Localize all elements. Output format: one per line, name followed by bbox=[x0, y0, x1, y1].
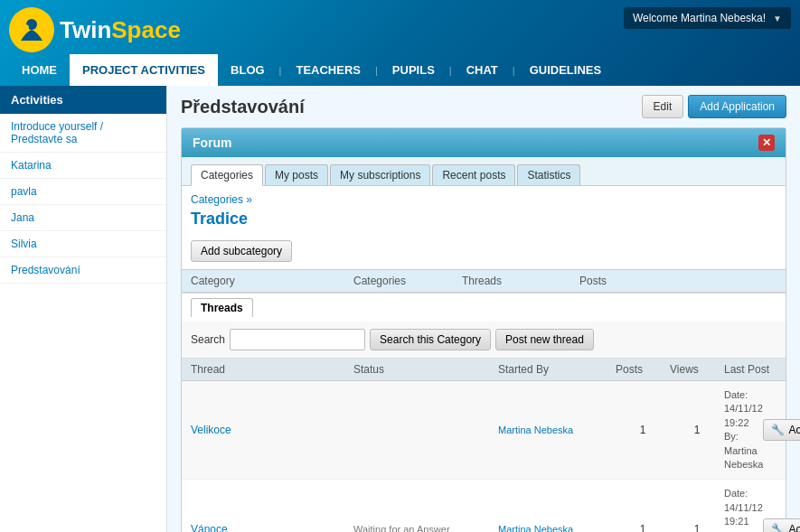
forum-tabs: Categories My posts My subscriptions Rec… bbox=[182, 157, 786, 186]
sidebar-item-introduce[interactable]: Introduce yourself / Predstavte sa bbox=[0, 114, 166, 153]
actions-button-1[interactable]: 🔧 Actions bbox=[763, 518, 800, 532]
nav-home[interactable]: HOME bbox=[9, 54, 70, 86]
tab-recent-posts[interactable]: Recent posts bbox=[432, 164, 515, 185]
thread-user-1: Martina Nebeska bbox=[498, 524, 616, 532]
main-content: Představování Edit Add Application Forum… bbox=[167, 86, 800, 532]
nav-sep-3: | bbox=[447, 65, 454, 76]
search-bar: Search Search this Category Post new thr… bbox=[182, 322, 786, 359]
sidebar-item-predstavovani[interactable]: Predstavování bbox=[0, 257, 166, 284]
tab-my-subscriptions[interactable]: My subscriptions bbox=[330, 164, 430, 185]
welcome-bar: Welcome Martina Nebeska! ▼ bbox=[624, 7, 791, 29]
thread-table: Thread Status Started By Posts Views Las… bbox=[182, 359, 786, 532]
thread-link-vanoce[interactable]: Vánoce bbox=[191, 523, 353, 532]
post-new-thread-button[interactable]: Post new thread bbox=[495, 329, 594, 350]
sidebar-title: Activities bbox=[0, 86, 166, 114]
breadcrumb-text: Categories » bbox=[191, 193, 252, 206]
sidebar-item-katarina[interactable]: Katarina bbox=[0, 153, 166, 179]
col-category: Category bbox=[191, 275, 353, 287]
threads-label: Threads bbox=[191, 298, 253, 317]
last-post-1: Date: 14/11/1219:21By: MartinaNebeska bbox=[724, 487, 763, 532]
thread-views-0: 1 bbox=[670, 424, 724, 436]
forum-close-button[interactable]: ✕ bbox=[758, 135, 775, 151]
last-post-0: Date: 14/11/1219:22By: MartinaNebeska bbox=[724, 388, 763, 471]
tab-my-posts[interactable]: My posts bbox=[265, 164, 328, 185]
header-actions: Edit Add Application bbox=[642, 95, 786, 118]
table-row: Velikoce Martina Nebeska 1 1 Date: 14/11… bbox=[182, 381, 786, 480]
tab-categories[interactable]: Categories bbox=[191, 164, 263, 186]
th-last-post: Last Post bbox=[724, 363, 776, 376]
nav-blog[interactable]: BLOG bbox=[218, 54, 278, 86]
chevron-down-icon: ▼ bbox=[773, 14, 782, 23]
thread-last-post-area-0: Date: 14/11/1219:22By: MartinaNebeska 🔧 … bbox=[724, 388, 800, 471]
nav-sep-1: | bbox=[278, 65, 284, 76]
nav-pupils[interactable]: PUPILS bbox=[380, 54, 447, 86]
nav-project-activities[interactable]: PROJECT ACTIVITIES bbox=[70, 54, 218, 86]
logo-text: TwinSpace bbox=[60, 16, 181, 44]
category-title: Tradice bbox=[182, 208, 786, 236]
nav-sep-4: | bbox=[511, 65, 517, 76]
threads-section-header: Threads bbox=[182, 293, 786, 322]
col-posts: Posts bbox=[579, 275, 652, 287]
col-threads: Threads bbox=[462, 275, 579, 287]
wrench-icon-0: 🔧 bbox=[771, 424, 785, 436]
col-categories: Categories bbox=[353, 275, 462, 287]
welcome-text: Welcome Martina Nebeska! bbox=[633, 12, 766, 24]
logo-twin: Twin bbox=[60, 16, 111, 43]
breadcrumb: Categories » bbox=[182, 186, 786, 208]
sidebar: Activities Introduce yourself / Predstav… bbox=[0, 86, 167, 532]
actions-button-0[interactable]: 🔧 Actions bbox=[763, 419, 800, 441]
nav-sep-2: | bbox=[373, 65, 380, 76]
forum-panel-header: Forum ✕ bbox=[182, 128, 786, 157]
logo-area: TwinSpace bbox=[9, 7, 181, 52]
sidebar-item-silvia[interactable]: Silvia bbox=[0, 231, 166, 257]
thread-status-1: Waiting for an Answer bbox=[353, 524, 498, 532]
header: Welcome Martina Nebeska! ▼ TwinSpace HOM… bbox=[0, 0, 800, 86]
main-nav: HOME PROJECT ACTIVITIES BLOG | TEACHERS … bbox=[0, 54, 800, 86]
th-thread: Thread bbox=[191, 363, 353, 376]
add-subcategory-button[interactable]: Add subcategory bbox=[191, 240, 292, 262]
edit-button[interactable]: Edit bbox=[642, 95, 684, 118]
page-title: Představování bbox=[181, 97, 305, 117]
tab-statistics[interactable]: Statistics bbox=[517, 164, 580, 185]
forum-title: Forum bbox=[193, 135, 232, 150]
thread-posts-1: 1 bbox=[616, 523, 670, 532]
actions-label-0: Actions bbox=[788, 424, 800, 436]
layout: Activities Introduce yourself / Predstav… bbox=[0, 86, 800, 532]
sidebar-item-pavla[interactable]: pavla bbox=[0, 179, 166, 205]
th-status: Status bbox=[353, 363, 498, 376]
nav-guidelines[interactable]: GUIDELINES bbox=[517, 54, 614, 86]
thread-link-velikoce[interactable]: Velikoce bbox=[191, 424, 353, 436]
thread-last-post-area-1: Date: 14/11/1219:21By: MartinaNebeska 🔧 … bbox=[724, 487, 800, 532]
thread-views-1: 1 bbox=[670, 523, 724, 532]
thread-posts-0: 1 bbox=[616, 424, 670, 436]
forum-panel: Forum ✕ Categories My posts My subscript… bbox=[181, 127, 786, 532]
table-row: Vánoce Waiting for an Answer Martina Neb… bbox=[182, 480, 786, 532]
thread-user-0: Martina Nebeska bbox=[498, 425, 616, 435]
wrench-icon-1: 🔧 bbox=[771, 523, 785, 532]
add-application-button[interactable]: Add Application bbox=[688, 95, 786, 118]
search-input[interactable] bbox=[230, 329, 365, 350]
page-header: Představování Edit Add Application bbox=[181, 95, 786, 118]
logo-space: Space bbox=[111, 16, 181, 43]
thread-table-header: Thread Status Started By Posts Views Las… bbox=[182, 359, 786, 381]
sidebar-item-jana[interactable]: Jana bbox=[0, 205, 166, 231]
search-label: Search bbox=[191, 333, 225, 346]
th-views: Views bbox=[670, 363, 724, 376]
nav-chat[interactable]: CHAT bbox=[454, 54, 511, 86]
search-category-button[interactable]: Search this Category bbox=[370, 329, 491, 350]
logo-icon bbox=[9, 7, 54, 52]
nav-teachers[interactable]: TEACHERS bbox=[283, 54, 373, 86]
th-started-by: Started By bbox=[498, 363, 616, 376]
th-posts: Posts bbox=[616, 363, 670, 376]
subcategory-bar: Add subcategory bbox=[182, 236, 786, 269]
category-table-header: Category Categories Threads Posts bbox=[182, 269, 786, 293]
actions-label-1: Actions bbox=[788, 523, 800, 532]
